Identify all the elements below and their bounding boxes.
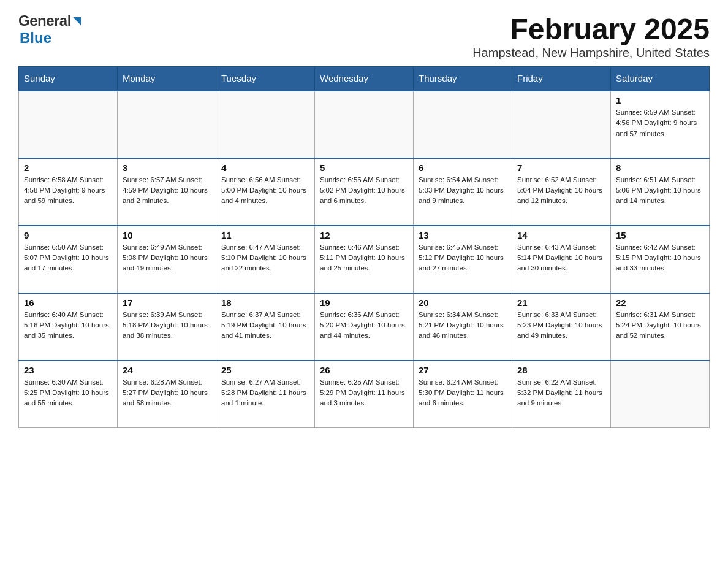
day-number: 9 — [24, 230, 112, 240]
day-info: Sunrise: 6:34 AM Sunset: 5:21 PM Dayligh… — [419, 310, 507, 342]
week-row-1: 1Sunrise: 6:59 AM Sunset: 4:56 PM Daylig… — [19, 91, 710, 158]
calendar-cell: 1Sunrise: 6:59 AM Sunset: 4:56 PM Daylig… — [611, 91, 710, 158]
day-number: 15 — [616, 230, 704, 240]
day-number: 10 — [123, 230, 211, 240]
calendar-cell: 2Sunrise: 6:58 AM Sunset: 4:58 PM Daylig… — [19, 158, 118, 226]
day-info: Sunrise: 6:57 AM Sunset: 4:59 PM Dayligh… — [123, 175, 211, 207]
calendar-cell — [315, 91, 414, 158]
logo-arrow-icon — [73, 17, 81, 25]
weekday-header-thursday: Thursday — [414, 67, 512, 91]
day-info: Sunrise: 6:42 AM Sunset: 5:15 PM Dayligh… — [616, 242, 704, 274]
weekday-header-row: SundayMondayTuesdayWednesdayThursdayFrid… — [19, 67, 710, 91]
calendar-cell: 11Sunrise: 6:47 AM Sunset: 5:10 PM Dayli… — [216, 226, 315, 293]
logo: General Blue — [18, 12, 81, 47]
day-number: 18 — [221, 297, 309, 308]
day-info: Sunrise: 6:27 AM Sunset: 5:28 PM Dayligh… — [221, 377, 309, 409]
day-number: 8 — [616, 163, 704, 173]
day-info: Sunrise: 6:46 AM Sunset: 5:11 PM Dayligh… — [320, 242, 408, 274]
calendar-cell: 14Sunrise: 6:43 AM Sunset: 5:14 PM Dayli… — [512, 226, 611, 293]
calendar-cell: 18Sunrise: 6:37 AM Sunset: 5:19 PM Dayli… — [216, 293, 315, 361]
day-number: 27 — [419, 365, 507, 375]
weekday-header-tuesday: Tuesday — [216, 67, 315, 91]
title-area: February 2025 Hampstead, New Hampshire, … — [472, 12, 710, 60]
day-number: 23 — [24, 365, 112, 375]
calendar-cell — [512, 91, 611, 158]
day-info: Sunrise: 6:45 AM Sunset: 5:12 PM Dayligh… — [419, 242, 507, 274]
calendar-cell: 26Sunrise: 6:25 AM Sunset: 5:29 PM Dayli… — [315, 361, 414, 428]
calendar-cell: 12Sunrise: 6:46 AM Sunset: 5:11 PM Dayli… — [315, 226, 414, 293]
calendar-cell: 3Sunrise: 6:57 AM Sunset: 4:59 PM Daylig… — [118, 158, 216, 226]
week-row-3: 9Sunrise: 6:50 AM Sunset: 5:07 PM Daylig… — [19, 226, 710, 293]
week-row-2: 2Sunrise: 6:58 AM Sunset: 4:58 PM Daylig… — [19, 158, 710, 226]
calendar-cell: 8Sunrise: 6:51 AM Sunset: 5:06 PM Daylig… — [611, 158, 710, 226]
day-info: Sunrise: 6:31 AM Sunset: 5:24 PM Dayligh… — [616, 310, 704, 342]
day-number: 2 — [24, 163, 112, 173]
calendar-cell — [19, 91, 118, 158]
day-number: 24 — [123, 365, 211, 375]
weekday-header-monday: Monday — [118, 67, 216, 91]
day-number: 7 — [517, 163, 605, 173]
calendar-cell: 9Sunrise: 6:50 AM Sunset: 5:07 PM Daylig… — [19, 226, 118, 293]
day-info: Sunrise: 6:40 AM Sunset: 5:16 PM Dayligh… — [24, 310, 112, 342]
calendar-cell: 10Sunrise: 6:49 AM Sunset: 5:08 PM Dayli… — [118, 226, 216, 293]
day-number: 12 — [320, 230, 408, 240]
calendar-table: SundayMondayTuesdayWednesdayThursdayFrid… — [18, 66, 710, 428]
calendar-cell — [216, 91, 315, 158]
day-number: 28 — [517, 365, 605, 375]
day-info: Sunrise: 6:52 AM Sunset: 5:04 PM Dayligh… — [517, 175, 605, 207]
calendar-cell — [414, 91, 512, 158]
day-info: Sunrise: 6:25 AM Sunset: 5:29 PM Dayligh… — [320, 377, 408, 409]
day-number: 5 — [320, 163, 408, 173]
day-number: 21 — [517, 297, 605, 308]
day-number: 4 — [221, 163, 309, 173]
header: General Blue February 2025 Hampstead, Ne… — [18, 12, 710, 60]
day-info: Sunrise: 6:55 AM Sunset: 5:02 PM Dayligh… — [320, 175, 408, 207]
day-info: Sunrise: 6:56 AM Sunset: 5:00 PM Dayligh… — [221, 175, 309, 207]
calendar-cell — [611, 361, 710, 428]
weekday-header-friday: Friday — [512, 67, 611, 91]
logo-general-text: General — [18, 12, 71, 29]
day-number: 25 — [221, 365, 309, 375]
logo-blue-text: Blue — [20, 29, 51, 47]
day-info: Sunrise: 6:36 AM Sunset: 5:20 PM Dayligh… — [320, 310, 408, 342]
day-number: 1 — [616, 95, 704, 105]
weekday-header-saturday: Saturday — [611, 67, 710, 91]
day-info: Sunrise: 6:43 AM Sunset: 5:14 PM Dayligh… — [517, 242, 605, 274]
day-number: 19 — [320, 297, 408, 308]
calendar-cell: 28Sunrise: 6:22 AM Sunset: 5:32 PM Dayli… — [512, 361, 611, 428]
calendar-cell: 20Sunrise: 6:34 AM Sunset: 5:21 PM Dayli… — [414, 293, 512, 361]
day-info: Sunrise: 6:39 AM Sunset: 5:18 PM Dayligh… — [123, 310, 211, 342]
calendar-cell: 6Sunrise: 6:54 AM Sunset: 5:03 PM Daylig… — [414, 158, 512, 226]
calendar-cell: 21Sunrise: 6:33 AM Sunset: 5:23 PM Dayli… — [512, 293, 611, 361]
day-number: 17 — [123, 297, 211, 308]
day-info: Sunrise: 6:51 AM Sunset: 5:06 PM Dayligh… — [616, 175, 704, 207]
day-info: Sunrise: 6:58 AM Sunset: 4:58 PM Dayligh… — [24, 175, 112, 207]
calendar-cell: 22Sunrise: 6:31 AM Sunset: 5:24 PM Dayli… — [611, 293, 710, 361]
day-number: 14 — [517, 230, 605, 240]
calendar-cell: 4Sunrise: 6:56 AM Sunset: 5:00 PM Daylig… — [216, 158, 315, 226]
day-info: Sunrise: 6:28 AM Sunset: 5:27 PM Dayligh… — [123, 377, 211, 409]
month-title: February 2025 — [472, 12, 710, 46]
day-info: Sunrise: 6:30 AM Sunset: 5:25 PM Dayligh… — [24, 377, 112, 409]
calendar-cell: 19Sunrise: 6:36 AM Sunset: 5:20 PM Dayli… — [315, 293, 414, 361]
day-info: Sunrise: 6:24 AM Sunset: 5:30 PM Dayligh… — [419, 377, 507, 409]
day-number: 16 — [24, 297, 112, 308]
weekday-header-wednesday: Wednesday — [315, 67, 414, 91]
calendar-cell: 7Sunrise: 6:52 AM Sunset: 5:04 PM Daylig… — [512, 158, 611, 226]
day-info: Sunrise: 6:33 AM Sunset: 5:23 PM Dayligh… — [517, 310, 605, 342]
calendar-cell: 5Sunrise: 6:55 AM Sunset: 5:02 PM Daylig… — [315, 158, 414, 226]
day-number: 13 — [419, 230, 507, 240]
day-info: Sunrise: 6:47 AM Sunset: 5:10 PM Dayligh… — [221, 242, 309, 274]
day-info: Sunrise: 6:37 AM Sunset: 5:19 PM Dayligh… — [221, 310, 309, 342]
calendar-cell: 23Sunrise: 6:30 AM Sunset: 5:25 PM Dayli… — [19, 361, 118, 428]
calendar-cell: 17Sunrise: 6:39 AM Sunset: 5:18 PM Dayli… — [118, 293, 216, 361]
day-number: 6 — [419, 163, 507, 173]
day-info: Sunrise: 6:54 AM Sunset: 5:03 PM Dayligh… — [419, 175, 507, 207]
day-info: Sunrise: 6:59 AM Sunset: 4:56 PM Dayligh… — [616, 107, 704, 139]
week-row-5: 23Sunrise: 6:30 AM Sunset: 5:25 PM Dayli… — [19, 361, 710, 428]
location-title: Hampstead, New Hampshire, United States — [472, 46, 710, 60]
day-number: 11 — [221, 230, 309, 240]
day-number: 26 — [320, 365, 408, 375]
day-number: 3 — [123, 163, 211, 173]
calendar-cell: 25Sunrise: 6:27 AM Sunset: 5:28 PM Dayli… — [216, 361, 315, 428]
